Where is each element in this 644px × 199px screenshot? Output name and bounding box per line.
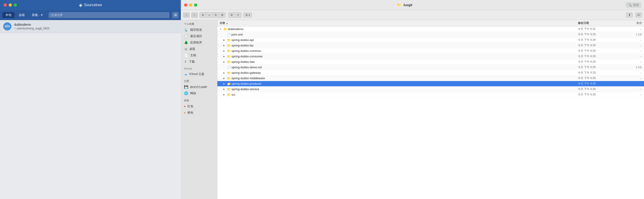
- tag-icon: 🏷: [637, 13, 640, 17]
- sidebar-item-bootcamp-label: BOOTCAMP: [190, 85, 207, 89]
- file-date: 今天 下午 6:29: [578, 60, 624, 64]
- location-section-label: 位置: [181, 77, 217, 84]
- minimize-button[interactable]: [9, 3, 12, 6]
- file-name: spring-dubbo-service: [232, 87, 578, 91]
- icon-view-button[interactable]: ⊞: [200, 12, 206, 17]
- expand-icon[interactable]: ▶: [223, 61, 227, 63]
- file-name: spring-dubbo-gateway: [232, 71, 578, 74]
- file-row[interactable]: ▶ 📁 spring-dubbo-producer 今天 下午 6:29 --: [217, 81, 644, 87]
- remote-tab[interactable]: 远端: [16, 12, 28, 18]
- file-size: --: [624, 82, 642, 85]
- file-type-icon: 📁: [227, 93, 232, 97]
- file-size: --: [624, 38, 642, 42]
- file-size: --: [624, 27, 642, 31]
- maximize-button[interactable]: [14, 3, 17, 6]
- expand-icon[interactable]: ▶: [223, 82, 227, 85]
- expand-icon[interactable]: ▶: [223, 88, 227, 90]
- repo-name: dubbodemo: [14, 23, 178, 26]
- sidebar-item-desktop[interactable]: 🖥 桌面: [181, 46, 217, 52]
- finder-maximize-button[interactable]: [194, 3, 197, 6]
- sort-asc-icon: ▲: [226, 22, 228, 24]
- file-row[interactable]: 📄 spring-dubbo-demo.iml 今天 下午 6:29 5 KB: [217, 65, 644, 70]
- column-view-icon: ⊟: [214, 13, 217, 16]
- file-type-icon: 📁: [227, 44, 232, 47]
- tag-button[interactable]: 🏷: [635, 12, 642, 17]
- file-row[interactable]: 📄 pom.xml 今天 下午 6:29 2 KB: [217, 32, 644, 37]
- finder-panel: 📁 luogit 🔍 搜索 ‹ › ⊞ ≡ ⊟ ⊠: [181, 0, 644, 199]
- file-row[interactable]: ▼ 📁 dubbodemo 今天 下午 6:31 --: [217, 26, 644, 32]
- filter-repos-input[interactable]: [48, 12, 170, 18]
- col-name-label: 名称: [220, 21, 225, 25]
- cover-view-button[interactable]: ⊠: [219, 12, 225, 17]
- sourcetree-logo-icon: ◈: [79, 2, 82, 8]
- sidebar-item-documents[interactable]: 📄 文稿: [181, 52, 217, 58]
- file-row[interactable]: ▶ 📁 spring-dubbo-consumer 今天 下午 6:29 --: [217, 54, 644, 59]
- finder-main: 名称 ▲ 修改日期 大小 ▼ 📁 dubbodemo 今天 下午 6:31 --…: [217, 20, 644, 199]
- expand-icon[interactable]: ▶: [223, 39, 227, 41]
- sidebar-item-airdrop-label: 隔空投送: [190, 28, 202, 32]
- sidebar-item-recents-label: 最近项目: [190, 34, 202, 38]
- local-tab[interactable]: 本地: [2, 12, 14, 18]
- expand-icon[interactable]: ▶: [223, 77, 227, 79]
- tags-section-label: 标签: [181, 97, 217, 103]
- new-tab[interactable]: 新建... ▾: [29, 12, 46, 18]
- share-button[interactable]: ⬆: [626, 12, 632, 17]
- file-list: ▼ 📁 dubbodemo 今天 下午 6:31 -- 📄 pom.xml 今天…: [217, 26, 644, 199]
- cover-view-icon: ⊠: [221, 13, 223, 16]
- arrange-button[interactable]: ⊞: [228, 12, 235, 17]
- expand-icon[interactable]: ▶: [223, 55, 227, 58]
- file-row[interactable]: ▶ 📁 spring-dubbo-common 今天 下午 6:29 --: [217, 48, 644, 54]
- sidebar-item-icloud[interactable]: ☁ iCloud 云盘: [181, 71, 217, 77]
- settings-gear-button[interactable]: ⚙: [172, 12, 178, 18]
- expand-icon[interactable]: ▶: [223, 71, 227, 74]
- list-view-icon: ≡: [208, 14, 210, 16]
- sidebar-item-tag-orange[interactable]: ● 橙色: [181, 110, 217, 116]
- file-row[interactable]: ▶ 📁 spring-dubbo-biz 今天 下午 6:29 --: [217, 43, 644, 48]
- sidebar-item-downloads[interactable]: ⬇ 下载: [181, 58, 217, 65]
- finder-minimize-button[interactable]: [189, 3, 192, 6]
- forward-button[interactable]: ›: [191, 12, 198, 17]
- file-row[interactable]: ▶ 📁 src 今天 下午 6:29 --: [217, 92, 644, 97]
- column-header: 名称 ▲ 修改日期 大小: [217, 20, 644, 26]
- expand-icon[interactable]: ▶: [223, 50, 227, 52]
- app-title: ◈ Sourcetree: [79, 2, 102, 8]
- sidebar-item-tag-red[interactable]: ● 红色: [181, 103, 217, 110]
- chevron-down-icon: ▾: [238, 13, 239, 16]
- sourcetree-titlebar: ◈ Sourcetree: [0, 0, 181, 10]
- sidebar-item-applications[interactable]: 🌲 应用程序: [181, 39, 217, 46]
- sidebar-item-desktop-label: 桌面: [189, 47, 195, 51]
- arrange-chevron[interactable]: ▾: [235, 12, 241, 17]
- file-row[interactable]: ▶ 📁 spring-dubbo-gateway 今天 下午 6:29 --: [217, 70, 644, 76]
- icon-view-icon: ⊞: [202, 13, 204, 16]
- file-row[interactable]: ▶ 📁 spring-dubbo-middleware 今天 下午 6:29 -…: [217, 76, 644, 81]
- sidebar-item-bootcamp[interactable]: 💾 BOOTCAMP: [181, 84, 217, 90]
- file-row[interactable]: ▶ 📁 spring-dubbo-api 今天 下午 6:29 --: [217, 37, 644, 43]
- action-button[interactable]: ⚙ ▾: [243, 12, 252, 17]
- file-date: 今天 下午 6:29: [578, 76, 624, 80]
- sidebar-item-network[interactable]: 🌐 网络: [181, 90, 217, 97]
- gear-icon: ⚙: [246, 13, 248, 17]
- back-button[interactable]: ‹: [183, 12, 190, 17]
- sidebar-item-airdrop[interactable]: 📡 隔空投送: [181, 27, 217, 33]
- file-date: 今天 下午 6:29: [578, 32, 624, 36]
- file-name: src: [232, 93, 578, 96]
- file-row[interactable]: ▶ 📁 spring-dubbo-service 今天 下午 6:29 --: [217, 87, 644, 92]
- file-size: --: [624, 60, 642, 63]
- close-button[interactable]: [4, 3, 7, 6]
- icloud-section-label: iCloud: [181, 65, 217, 71]
- file-date: 今天 下午 6:31: [578, 27, 624, 31]
- sidebar-item-recents[interactable]: 🕐 最近项目: [181, 33, 217, 39]
- finder-search-bar[interactable]: 🔍 搜索: [626, 2, 641, 8]
- col-header-name: 名称 ▲: [220, 21, 578, 25]
- repo-item[interactable]: </> dubbodemo ⑂ user/luocheng_mygit_0925: [0, 20, 181, 33]
- icloud-icon: ☁: [184, 72, 188, 76]
- file-type-icon: 📄: [227, 66, 232, 69]
- expand-icon[interactable]: ▶: [223, 44, 227, 47]
- expand-icon[interactable]: ▼: [220, 28, 223, 30]
- finder-close-button[interactable]: [184, 3, 187, 6]
- view-buttons: ⊞ ≡ ⊟ ⊠: [200, 12, 226, 18]
- file-row[interactable]: ▶ 📁 spring-dubbo-dao 今天 下午 6:29 --: [217, 59, 644, 65]
- expand-icon[interactable]: ▶: [223, 93, 227, 96]
- list-view-button[interactable]: ≡: [206, 12, 212, 17]
- column-view-button[interactable]: ⊟: [212, 12, 219, 17]
